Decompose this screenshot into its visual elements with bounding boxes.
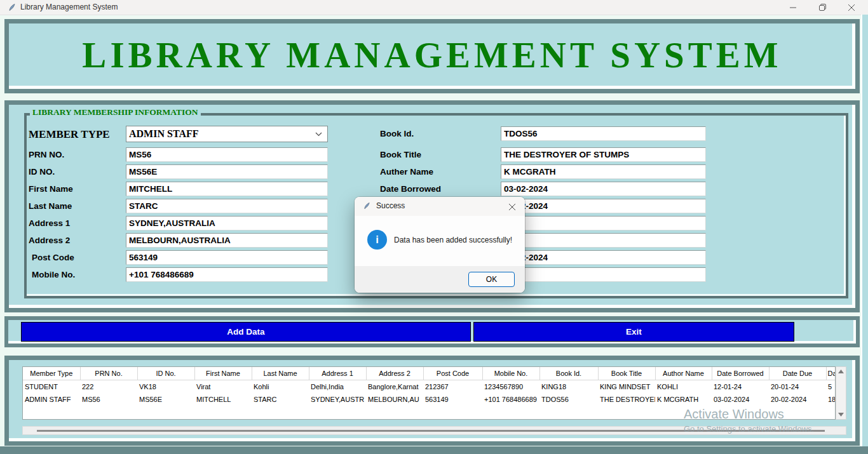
- dialog-title-bar: Success: [355, 197, 525, 216]
- chevron-down-icon[interactable]: [315, 132, 322, 137]
- cell: 03-02-2024: [712, 393, 769, 406]
- header-banner: LIBRARY MANAGEMENT SYSTEM: [4, 19, 860, 93]
- id-no-label: ID NO.: [29, 167, 55, 177]
- cell: MS56E: [137, 393, 194, 406]
- right-edge-strip: [861, 15, 868, 446]
- cell: THE DESTROYER: [598, 393, 655, 406]
- labelframe-legend: LIBRARY MEMBERSHIP INFORMATION: [30, 107, 201, 117]
- prn-no-label: PRN NO.: [29, 150, 64, 159]
- dialog-body: i Data has been added successfully!: [355, 216, 525, 266]
- cell: 1234567890: [482, 380, 539, 394]
- feather-app-icon: [8, 3, 16, 12]
- col-first-name[interactable]: First Name: [194, 367, 252, 380]
- col-mobile-no[interactable]: Mobile No.: [482, 367, 539, 380]
- form-extra-input-2[interactable]: [501, 233, 706, 248]
- form-extra-input-3[interactable]: [501, 267, 706, 282]
- cell: 20-02-2024: [769, 393, 826, 406]
- book-title-input[interactable]: [501, 147, 706, 162]
- table-row[interactable]: ADMIN STAFF MS56 MS56E MITCHELL STARC SY…: [23, 393, 836, 406]
- cell: Kohli: [252, 380, 309, 394]
- col-prn-no[interactable]: PRN No.: [80, 367, 137, 380]
- col-date-due[interactable]: Date Due: [769, 367, 826, 380]
- book-id-label: Book Id.: [380, 129, 414, 138]
- cell: 5: [826, 380, 836, 394]
- post-code-input[interactable]: [126, 250, 328, 265]
- prn-no-input[interactable]: [126, 147, 328, 162]
- title-bar: Library Management System: [0, 0, 868, 15]
- minimize-button[interactable]: [779, 0, 807, 15]
- mobile-no-input[interactable]: [126, 267, 328, 282]
- cell: VK18: [137, 380, 194, 394]
- member-type-value: ADMIN STAFF: [126, 128, 315, 140]
- dialog-message: Data has been added successfully!: [394, 236, 512, 244]
- cell: TDOS56: [539, 393, 598, 406]
- col-address1[interactable]: Address 1: [309, 367, 366, 380]
- cell: KING MINDSET: [598, 380, 655, 394]
- first-name-input[interactable]: [126, 182, 328, 196]
- date-borrowed-label: Date Borrowed: [380, 184, 441, 194]
- col-id-no[interactable]: ID No.: [137, 367, 194, 380]
- success-dialog: Success i Data has been added successful…: [355, 197, 525, 293]
- page-title: LIBRARY MANAGEMENT SYSTEM: [82, 34, 782, 76]
- cell: Banglore,Karnat: [366, 380, 423, 394]
- vertical-scrollbar[interactable]: [836, 366, 846, 420]
- restore-button[interactable]: [808, 0, 836, 15]
- hscroll-thumb[interactable]: [37, 430, 825, 432]
- button-bar: Add Data Exit: [4, 316, 860, 347]
- table-row[interactable]: STUDENT 222 VK18 Virat Kohli Delhi,India…: [23, 380, 836, 394]
- date-due-input[interactable]: [501, 199, 706, 213]
- bottom-edge-bar: [0, 446, 868, 454]
- ok-button[interactable]: OK: [468, 272, 515, 287]
- scroll-down-icon[interactable]: [838, 413, 844, 417]
- author-name-input[interactable]: [501, 164, 706, 179]
- cell: 18: [826, 393, 836, 406]
- address2-label: Address 2: [29, 236, 70, 245]
- exit-button[interactable]: Exit: [473, 322, 794, 342]
- cell: 222: [80, 380, 137, 394]
- col-member-type[interactable]: Member Type: [23, 367, 80, 380]
- col-days[interactable]: Da: [826, 367, 836, 380]
- cell: K MCGRATH: [655, 393, 712, 406]
- col-address2[interactable]: Address 2: [366, 367, 423, 380]
- mobile-no-label: Mobile No.: [32, 270, 75, 279]
- window-title: Library Management System: [20, 3, 118, 11]
- info-icon: i: [367, 230, 387, 250]
- date-return-input[interactable]: [501, 250, 706, 265]
- horizontal-scrollbar[interactable]: [22, 426, 846, 435]
- dialog-footer: OK: [355, 266, 525, 293]
- dialog-title: Success: [376, 201, 405, 210]
- book-title-label: Book Title: [380, 150, 421, 159]
- cell: STARC: [252, 393, 309, 406]
- cell: KING18: [539, 380, 598, 394]
- col-author-name[interactable]: Author Name: [655, 367, 712, 380]
- col-post-code[interactable]: Post Code: [423, 367, 482, 380]
- cell: Delhi,India: [309, 380, 366, 394]
- app-window: Library Management System LIBRARY MANAGE…: [0, 0, 868, 454]
- cell: Virat: [194, 380, 252, 394]
- dialog-close-icon[interactable]: [507, 202, 517, 212]
- address2-input[interactable]: [126, 233, 328, 248]
- cell: ADMIN STAFF: [23, 393, 80, 406]
- close-button[interactable]: [837, 0, 865, 15]
- author-name-label: Auther Name: [380, 167, 433, 177]
- address1-input[interactable]: [126, 216, 328, 230]
- member-type-combobox[interactable]: ADMIN STAFF: [126, 126, 328, 142]
- last-name-input[interactable]: [126, 199, 328, 213]
- id-no-input[interactable]: [126, 164, 328, 179]
- add-data-button[interactable]: Add Data: [21, 322, 471, 342]
- col-book-title[interactable]: Book Title: [598, 367, 655, 380]
- records-table-section: Member Type PRN No. ID No. First Name La…: [4, 356, 860, 446]
- scroll-up-icon[interactable]: [838, 370, 844, 373]
- col-book-id[interactable]: Book Id.: [539, 367, 598, 380]
- col-date-borrowed[interactable]: Date Borrowed: [712, 367, 769, 380]
- book-id-input[interactable]: [501, 126, 706, 141]
- col-last-name[interactable]: Last Name: [252, 367, 309, 380]
- cell: 212367: [423, 380, 482, 394]
- cell: MS56: [80, 393, 137, 406]
- post-code-label: Post Code: [32, 253, 74, 262]
- date-borrowed-input[interactable]: [501, 182, 706, 196]
- form-extra-input-1[interactable]: [501, 216, 706, 230]
- member-type-label: MEMBER TYPE: [29, 128, 110, 141]
- address1-label: Address 1: [29, 218, 70, 228]
- cell: MITCHELL: [194, 393, 252, 406]
